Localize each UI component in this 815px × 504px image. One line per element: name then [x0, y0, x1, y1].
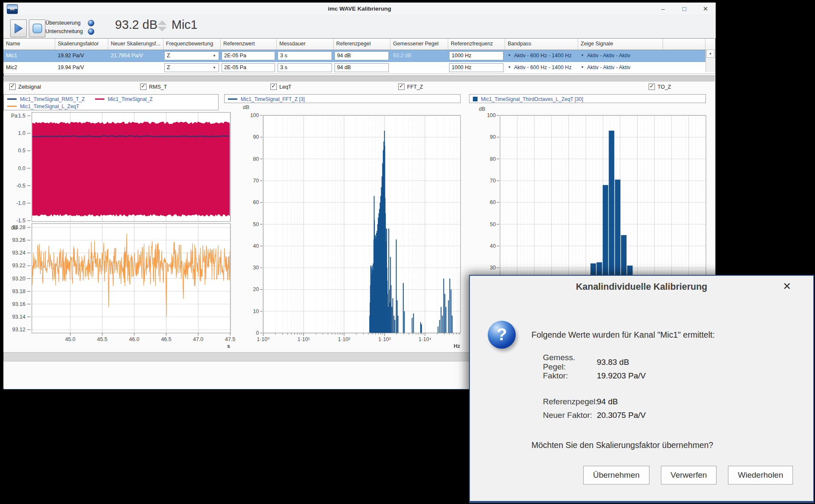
- table-vertical-scrollbar[interactable]: ▲: [705, 49, 715, 72]
- question-icon: ?: [488, 321, 516, 349]
- cell-select[interactable]: Z▼: [164, 51, 219, 60]
- table-cell: Mic2: [3, 62, 55, 73]
- repeat-button[interactable]: Wiederholen: [728, 466, 793, 484]
- signal-toggle: ✓LeqT: [270, 84, 292, 90]
- table-cell: 1000 Hz: [448, 62, 505, 73]
- underrun-label: Unterschreitung: [45, 28, 83, 34]
- table-cell: 94 dB: [334, 50, 391, 62]
- overload-label: Übersteuerung: [45, 20, 83, 26]
- legend-line-swatch: [228, 98, 237, 100]
- dialog-field-label: Referenzpegel:: [543, 397, 596, 406]
- signal-toggle: ✓TO_Z: [649, 84, 671, 90]
- scroll-up-icon[interactable]: ▲: [706, 50, 714, 58]
- column-header[interactable]: Name: [3, 39, 55, 50]
- column-header[interactable]: Referenzfrequenz: [448, 39, 505, 50]
- maximize-button[interactable]: □: [680, 3, 689, 14]
- legend-row: Mic1_TimeSignal_RMS_T_ZMic1_TimeSignal_Z: [7, 95, 218, 103]
- chevron-down-icon: ▼: [508, 53, 511, 57]
- table-cell: [391, 62, 448, 73]
- legend-row: Mic1_TimeSignal_L_ZeqT: [7, 103, 218, 110]
- cell-input[interactable]: 2E-05 Pa: [222, 51, 275, 60]
- cell-dropdown[interactable]: ▼Aktiv - Aktiv - Aktiv: [578, 62, 663, 73]
- chevron-down-icon: ▼: [508, 65, 511, 69]
- channel-table: NameSkalierungsfaktorNeuer Skalierungsf.…: [3, 38, 715, 74]
- minimize-button[interactable]: –: [659, 3, 667, 14]
- table-row[interactable]: Mic219.94 Pa/VZ▼2E-05 Pa3 s94 dB1000 Hz▼…: [3, 62, 715, 74]
- spinner-down-icon[interactable]: [157, 27, 167, 31]
- table-cell: 19.94 Pa/V: [55, 62, 108, 73]
- cell-input[interactable]: 2E-05 Pa: [222, 63, 275, 72]
- cell-input[interactable]: 1000 Hz: [449, 51, 503, 60]
- column-header[interactable]: Neuer Skalierungsf...: [108, 39, 163, 50]
- column-header[interactable]: Zeige Signale: [578, 39, 663, 50]
- checkbox[interactable]: ✓: [398, 84, 405, 90]
- column-header[interactable]: [663, 39, 705, 50]
- cell-dropdown[interactable]: ▼Aktiv - 600 Hz - 1400 Hz: [505, 50, 578, 62]
- chevron-down-icon: ▼: [581, 65, 584, 69]
- chevron-down-icon: ▼: [213, 52, 216, 60]
- stop-button[interactable]: [29, 20, 45, 37]
- close-button[interactable]: ✕: [701, 3, 710, 14]
- cell-input[interactable]: 94 dB: [334, 63, 389, 72]
- dialog-intro-text: Folgende Werte wurden für Kanal "Mic1" e…: [531, 330, 715, 340]
- checkbox[interactable]: ✓: [140, 84, 146, 90]
- legend-box: Mic1_TimeSignal_FFT_Z [3]: [224, 94, 461, 103]
- table-cell: 2E-05 Pa: [221, 50, 277, 62]
- check-icon: ✓: [399, 83, 404, 89]
- column-header[interactable]: Referenzpegel: [334, 39, 391, 50]
- legend-line-swatch: [7, 98, 17, 100]
- overload-led-indicator: [88, 20, 94, 26]
- signal-toggle: ✓RMS_T: [140, 84, 167, 90]
- checkbox[interactable]: ✓: [649, 84, 655, 90]
- signal-toggle: ✓Zeitsignal: [9, 84, 41, 90]
- dialog-field-row: Referenzpegel:94 dB: [543, 395, 764, 409]
- cell-input[interactable]: 1000 Hz: [449, 63, 503, 72]
- dialog-field-row: Neuer Faktor:20.3075 Pa/V: [543, 409, 764, 422]
- measured-level-display: 93.2 dB: [115, 18, 157, 32]
- accept-button[interactable]: Übernehmen: [583, 466, 649, 484]
- cell-input[interactable]: 3 s: [278, 51, 332, 60]
- dialog-field-value: 93.83 dB: [597, 358, 629, 367]
- dialog-close-icon[interactable]: ✕: [783, 281, 791, 292]
- legend-item: Mic1_TimeSignal_ThirdOctaves_L_ZeqT [30]: [473, 96, 583, 102]
- table-header-row: NameSkalierungsfaktorNeuer Skalierungsf.…: [3, 39, 715, 50]
- column-header[interactable]: Gemessener Pegel: [391, 39, 448, 50]
- check-icon: ✓: [271, 83, 276, 89]
- spinner-up-icon[interactable]: [157, 20, 167, 25]
- toolbar: Übersteuerung Unterschreitung 93.2 dB Mi…: [3, 14, 716, 38]
- legend-label: Mic1_TimeSignal_ThirdOctaves_L_ZeqT [30]: [481, 96, 583, 102]
- cell-select[interactable]: Z▼: [164, 63, 219, 72]
- discard-button[interactable]: Verwerfen: [661, 466, 717, 484]
- chevron-down-icon: ▼: [581, 53, 584, 57]
- column-header[interactable]: Skalierungsfaktor: [55, 39, 108, 50]
- column-header[interactable]: Messdauer: [277, 39, 334, 50]
- signal-toggle: ✓FFT_Z: [398, 84, 423, 90]
- legend-label: Mic1_TimeSignal_Z: [108, 96, 153, 102]
- table-cell: 3 s: [277, 62, 334, 73]
- dialog-field-label: Neuer Faktor:: [543, 411, 596, 420]
- cell-dropdown[interactable]: ▼Aktiv - Aktiv - Aktiv: [578, 50, 663, 62]
- checkbox[interactable]: ✓: [9, 84, 16, 90]
- dialog-field-row: Faktor:19.9203 Pa/V: [543, 369, 764, 383]
- check-icon: ✓: [141, 83, 146, 89]
- column-header[interactable]: Frequenzbewertung: [163, 39, 221, 50]
- table-cell: Z▼: [163, 50, 221, 62]
- table-cell: [108, 62, 163, 73]
- cell-input[interactable]: 3 s: [278, 63, 332, 72]
- start-button[interactable]: [10, 20, 27, 37]
- table-row[interactable]: Mic119.92 Pa/V21.7954 Pa/VZ▼2E-05 Pa3 s9…: [3, 50, 715, 62]
- channel-spinner: [157, 20, 167, 31]
- checkbox[interactable]: ✓: [270, 84, 277, 90]
- legend-item: Mic1_TimeSignal_RMS_T_Z: [7, 96, 85, 102]
- column-header[interactable]: Referenzwert: [221, 39, 277, 50]
- level-indicators: Übersteuerung Unterschreitung: [45, 19, 94, 36]
- column-header[interactable]: Bandpass: [505, 39, 578, 50]
- table-cell: 94 dB: [334, 62, 391, 73]
- table-cell: 93.2 dB: [391, 50, 448, 62]
- cell-input[interactable]: 94 dB: [334, 51, 389, 60]
- cell-dropdown[interactable]: ▼Aktiv - 600 Hz - 1400 Hz: [505, 62, 578, 73]
- check-icon: ✓: [649, 83, 654, 89]
- legend-item: Mic1_TimeSignal_FFT_Z [3]: [228, 96, 305, 102]
- legend-row: Mic1_TimeSignal_FFT_Z [3]: [228, 95, 460, 103]
- table-horizontal-scrollbar[interactable]: [3, 76, 715, 82]
